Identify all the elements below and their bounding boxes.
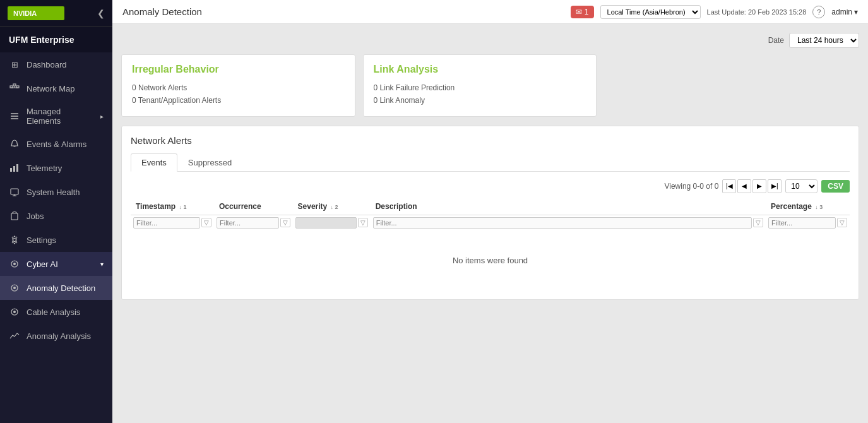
svg-point-19 (13, 239, 16, 242)
sidebar-logo-area: NVIDIA ❮ (0, 0, 112, 27)
sidebar-item-dashboard[interactable]: ⊞ Dashboard (0, 52, 112, 76)
pagination-arrows: |◀ ◀ ▶ ▶| (722, 179, 782, 193)
sidebar-item-label: Managed Elements (27, 107, 94, 126)
filter-occurrence-cell: ▽ (214, 215, 293, 230)
svg-rect-4 (13, 84, 16, 86)
sidebar-item-label: Network Map (27, 84, 75, 93)
irregular-behavior-card: Irregular Behavior 0 Network Alerts 0 Te… (121, 54, 355, 117)
sidebar-item-label: Telemetry (27, 164, 62, 173)
notification-button[interactable]: ✉ 1 (571, 6, 594, 18)
filter-occurrence-input[interactable] (217, 217, 279, 229)
sidebar-item-managed-elements[interactable]: Managed Elements ▸ (0, 100, 112, 132)
tab-suppressed[interactable]: Suppressed (177, 153, 242, 172)
timezone-select[interactable]: Local Time (Asia/Hebron) (600, 5, 701, 19)
link-analysis-card: Link Analysis 0 Link Failure Prediction … (363, 54, 597, 117)
filter-description-input[interactable] (373, 217, 752, 229)
svg-point-23 (13, 287, 16, 289)
admin-arrow-icon: ▾ (854, 8, 858, 16)
sidebar-item-anomaly-analysis[interactable]: Anomaly Analysis (0, 324, 112, 348)
topbar: Anomaly Detection ✉ 1 Local Time (Asia/H… (112, 0, 868, 24)
filter-severity-button[interactable]: ▽ (358, 218, 368, 227)
last-page-button[interactable]: ▶| (768, 179, 782, 193)
help-button[interactable]: ? (812, 6, 825, 18)
per-page-select[interactable]: 10 25 50 100 (785, 179, 817, 193)
admin-menu[interactable]: admin ▾ (831, 8, 858, 16)
sidebar-item-label: System Health (27, 188, 80, 197)
cyber-ai-icon (9, 258, 20, 270)
filter-severity-cell: ▽ (293, 215, 371, 230)
col-timestamp: Timestamp ↓ 1 (131, 198, 214, 215)
viewing-label: Viewing 0-0 of 0 (664, 182, 718, 191)
sidebar-item-cyber-ai[interactable]: Cyber AI ▾ (0, 252, 112, 276)
link-analysis-stat-1: 0 Link Anomaly (374, 94, 586, 107)
sidebar-item-settings[interactable]: Settings (0, 228, 112, 252)
svg-rect-14 (16, 164, 18, 172)
sidebar-item-events-alarms[interactable]: Events & Alarms (0, 132, 112, 156)
network-alerts-panel: Network Alerts Events Suppressed Viewing… (121, 126, 859, 300)
topbar-right: ✉ 1 Local Time (Asia/Hebron) Last Update… (571, 5, 858, 19)
date-filter-select[interactable]: Last 24 hours Last 7 days Last 30 days (789, 33, 859, 48)
anomaly-detection-icon (9, 282, 20, 294)
filter-percentage-button[interactable]: ▽ (837, 218, 847, 227)
svg-rect-13 (13, 166, 15, 172)
empty-state-row: No items were found (131, 230, 850, 290)
next-page-button[interactable]: ▶ (752, 179, 766, 193)
sidebar-item-telemetry[interactable]: Telemetry (0, 156, 112, 180)
first-page-button[interactable]: |◀ (722, 179, 736, 193)
sidebar-item-label: Jobs (27, 212, 44, 221)
sidebar-item-label: Events & Alarms (27, 140, 86, 149)
col-description: Description (371, 198, 766, 215)
page-title: Anomaly Detection (122, 6, 202, 17)
filter-description-button[interactable]: ▽ (753, 218, 763, 227)
filter-severity-input[interactable] (295, 217, 357, 229)
sidebar-item-label: Cyber AI (27, 259, 58, 269)
managed-elements-icon (9, 110, 20, 122)
filter-timestamp-cell: ▽ (131, 215, 214, 230)
link-analysis-title: Link Analysis (374, 64, 586, 75)
empty-message: No items were found (131, 230, 850, 290)
csv-export-button[interactable]: CSV (821, 180, 850, 193)
col-severity: Severity ↓ 2 (293, 198, 371, 215)
cyber-ai-arrow: ▾ (100, 261, 104, 268)
envelope-icon: ✉ (576, 8, 582, 16)
sidebar-item-system-health[interactable]: System Health (0, 180, 112, 204)
table-controls: Viewing 0-0 of 0 |◀ ◀ ▶ ▶| 10 25 50 100 … (131, 179, 850, 193)
sidebar-item-jobs[interactable]: Jobs (0, 204, 112, 228)
content-area: Date Last 24 hours Last 7 days Last 30 d… (112, 24, 868, 423)
link-analysis-stat-0: 0 Link Failure Prediction (374, 81, 586, 94)
timestamp-sort-icon[interactable]: ↓ 1 (179, 204, 186, 210)
filter-timestamp-input[interactable] (133, 217, 200, 229)
sidebar-item-cable-analysis[interactable]: Cable Analysis (0, 300, 112, 324)
date-filter-label: Date (768, 36, 784, 45)
network-map-icon (9, 83, 20, 94)
sidebar-item-label: Settings (27, 235, 56, 245)
summary-cards-row: Irregular Behavior 0 Network Alerts 0 Te… (121, 54, 859, 117)
filter-timestamp-button[interactable]: ▽ (201, 218, 211, 227)
percentage-sort-icon[interactable]: ↓ 3 (815, 204, 823, 210)
tab-events[interactable]: Events (131, 153, 177, 172)
dashboard-icon: ⊞ (9, 59, 20, 70)
filter-occurrence-button[interactable]: ▽ (280, 218, 290, 227)
col-occurrence: Occurrence (214, 198, 293, 215)
network-alerts-title: Network Alerts (131, 135, 850, 146)
table-header-row: Timestamp ↓ 1 Occurrence Severity ↓ 2 De… (131, 198, 850, 215)
sidebar-item-network-map[interactable]: Network Map (0, 76, 112, 100)
prev-page-button[interactable]: ◀ (737, 179, 751, 193)
filter-description-cell: ▽ (371, 215, 766, 230)
severity-sort-icon[interactable]: ↓ 2 (331, 204, 338, 210)
alerts-table: Timestamp ↓ 1 Occurrence Severity ↓ 2 De… (131, 198, 850, 290)
sidebar-item-anomaly-detection[interactable]: Anomaly Detection (0, 276, 112, 300)
irregular-behavior-stat-1: 0 Tenant/Application Alerts (132, 94, 345, 107)
app-title: UFM Enterprise (0, 27, 112, 52)
filter-percentage-input[interactable] (768, 217, 836, 229)
svg-rect-18 (11, 213, 18, 220)
managed-elements-arrow: ▸ (100, 113, 104, 120)
nvidia-logo: NVIDIA (8, 6, 64, 20)
notification-count: 1 (585, 8, 589, 16)
admin-label: admin (831, 8, 852, 16)
table-filter-row: ▽ ▽ ▽ (131, 215, 850, 230)
svg-rect-15 (11, 189, 18, 194)
irregular-behavior-stat-0: 0 Network Alerts (132, 81, 345, 94)
sidebar-toggle-button[interactable]: ❮ (97, 8, 105, 18)
sidebar-item-label: Anomaly Analysis (27, 331, 91, 341)
